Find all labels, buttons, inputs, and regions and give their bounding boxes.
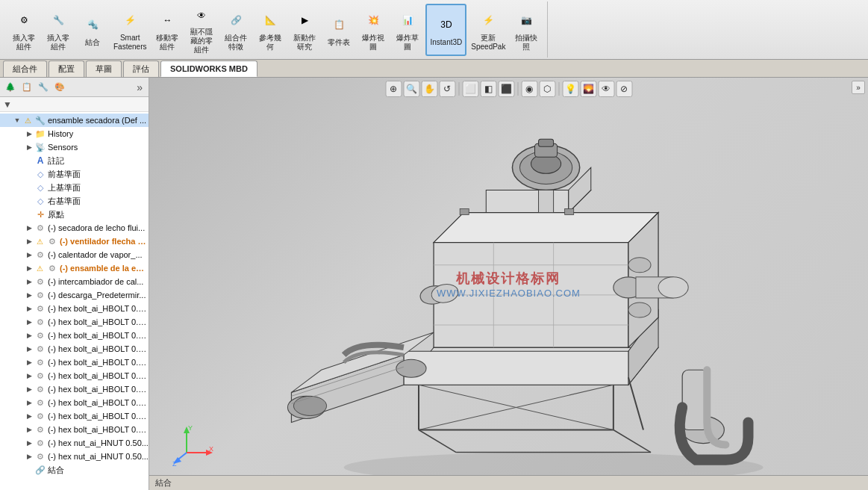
tree-item-13[interactable]: ▶⚙(-) hex bolt_ai_HBOLT 0.5... bbox=[0, 302, 149, 315]
tree-root[interactable]: ▼ ⚠ 🔧 ensamble secadora (Def ... bbox=[0, 114, 149, 127]
tree-item-expand-15[interactable]: ▶ bbox=[24, 330, 34, 341]
toolbar-item-move[interactable]: ↔ 移動零 組件 bbox=[151, 4, 184, 56]
toolbar-item-partlist[interactable]: 📋 零件表 bbox=[322, 4, 355, 56]
tree-item-expand-21[interactable]: ▶ bbox=[24, 411, 34, 421]
toolbar-item-assemble[interactable]: ⚙ 插入零 組件 bbox=[7, 4, 40, 56]
tree-item-3[interactable]: ◇前基準面 bbox=[0, 167, 149, 181]
tree-item-expand-25[interactable] bbox=[24, 465, 34, 475]
toolbar-item-smart[interactable]: ⚡ Smart Fasteners bbox=[110, 4, 149, 56]
tree-item-5[interactable]: ◇右基準面 bbox=[0, 194, 149, 208]
feature-tree[interactable]: ▼ ⚠ 🔧 ensamble secadora (Def ... ▶📁Histo… bbox=[0, 112, 149, 490]
tab-mbd[interactable]: SOLIDWORKS MBD bbox=[160, 61, 257, 77]
tree-item-expand-24[interactable]: ▶ bbox=[24, 451, 34, 462]
tab-sketch[interactable]: 草圖 bbox=[86, 61, 122, 77]
tree-item-icon-16: ⚙ bbox=[34, 343, 46, 355]
smart-label: Smart Fasteners bbox=[113, 34, 146, 52]
tree-item-expand-10[interactable]: ▶ bbox=[24, 263, 34, 273]
tree-item-11[interactable]: ▶⚙(-) intercambiador de cal... bbox=[0, 275, 149, 288]
tree-item-0[interactable]: ▶📁History bbox=[0, 127, 149, 140]
tree-item-expand-7[interactable]: ▶ bbox=[24, 223, 34, 233]
tree-item-15[interactable]: ▶⚙(-) hex bolt_ai_HBOLT 0.5... bbox=[0, 329, 149, 342]
tree-item-10[interactable]: ▶⚠⚙(-) ensamble de la exc... bbox=[0, 261, 149, 275]
tree-item-icon-21: ⚙ bbox=[34, 410, 46, 422]
toolbar-item-explode[interactable]: 💥 爆炸視 圖 bbox=[357, 4, 390, 56]
tree-item-6[interactable]: ✛原點 bbox=[0, 208, 149, 221]
tree-root-expand[interactable]: ▼ bbox=[12, 115, 22, 125]
tab-config[interactable]: 配置 bbox=[49, 61, 84, 77]
toolbar-item-insert[interactable]: 🔧 插入零 組件 bbox=[42, 4, 75, 56]
tree-item-7[interactable]: ▶⚙(-) secadora de lecho flui... bbox=[0, 221, 149, 235]
toolbar-item-explode2[interactable]: 📊 爆炸草 圖 bbox=[391, 4, 424, 56]
instant3d-icon: 3D bbox=[434, 13, 458, 37]
left-toolbar-tree-icon[interactable]: 🌲 bbox=[3, 80, 18, 95]
tree-item-icon-9: ⚙ bbox=[34, 249, 46, 261]
tree-item-8[interactable]: ▶⚠⚙(-) ventilador flecha hi... bbox=[0, 235, 149, 248]
tree-item-16[interactable]: ▶⚙(-) hex bolt_ai_HBOLT 0.5... bbox=[0, 342, 149, 356]
toolbar-item-action[interactable]: ▶ 新動作 研究 bbox=[288, 4, 321, 56]
tree-item-expand-1[interactable]: ▶ bbox=[24, 142, 34, 152]
tree-item-expand-19[interactable]: ▶ bbox=[24, 384, 34, 394]
tree-item-4[interactable]: ◇上基準面 bbox=[0, 181, 149, 194]
toolbar-item-hide[interactable]: 👁 顯不隱 藏的零 組件 bbox=[185, 4, 218, 56]
toolbar-item-combine[interactable]: 🔗 組合件 特徵 bbox=[219, 4, 252, 56]
tree-item-expand-13[interactable]: ▶ bbox=[24, 303, 34, 314]
tree-item-expand-3[interactable] bbox=[24, 169, 34, 179]
tree-item-icon-22: ⚙ bbox=[34, 424, 46, 435]
tree-item-label-14: (-) hex bolt_ai_HBOLT 0.5... bbox=[48, 317, 149, 326]
left-toolbar-color-icon[interactable]: 🎨 bbox=[52, 80, 67, 95]
tree-item-24[interactable]: ▶⚙(-) hex nut_ai_HNUT 0.50... bbox=[0, 450, 149, 463]
tree-item-expand-17[interactable]: ▶ bbox=[24, 357, 34, 368]
tree-item-17[interactable]: ▶⚙(-) hex bolt_ai_HBOLT 0.5... bbox=[0, 356, 149, 369]
tree-item-expand-9[interactable]: ▶ bbox=[24, 249, 34, 260]
tree-item-2[interactable]: A註記 bbox=[0, 154, 149, 167]
left-toolbar-config-icon[interactable]: 🔧 bbox=[36, 80, 51, 95]
tree-item-expand-4[interactable] bbox=[24, 182, 34, 193]
hide-icon: 👁 bbox=[190, 5, 213, 26]
tree-item-expand-8[interactable]: ▶ bbox=[24, 236, 34, 246]
tree-item-23[interactable]: ▶⚙(-) hex nut_ai_HNUT 0.50... bbox=[0, 436, 149, 450]
tree-item-19[interactable]: ▶⚙(-) hex bolt_ai_HBOLT 0.5... bbox=[0, 382, 149, 396]
3d-viewport[interactable]: ⊕🔍✋↺⬜◧⬛◉⬡💡🌄👁⊘ » bbox=[149, 78, 868, 490]
tree-item-21[interactable]: ▶⚙(-) hex bolt_ai_HBOLT 0.5... bbox=[0, 409, 149, 423]
tree-item-expand-18[interactable]: ▶ bbox=[24, 370, 34, 381]
tree-item-18[interactable]: ▶⚙(-) hex bolt_ai_HBOLT 0.5... bbox=[0, 369, 149, 382]
main-content: 🌲📋🔧🎨» ▼ ▼ ⚠ 🔧 ensamble secadora (Def ...… bbox=[0, 78, 868, 490]
combine-label: 組合件 特徵 bbox=[225, 34, 247, 52]
tree-item-expand-11[interactable]: ▶ bbox=[24, 276, 34, 287]
tree-item-label-4: 上基準面 bbox=[48, 182, 81, 193]
toolbar-item-capture[interactable]: 📷 拍攝快 照 bbox=[510, 4, 543, 56]
tree-item-label-22: (-) hex bolt_ai_HBOLT 0.5... bbox=[48, 425, 149, 434]
left-toolbar-property-icon[interactable]: 📋 bbox=[19, 80, 34, 95]
tree-item-expand-14[interactable]: ▶ bbox=[24, 317, 34, 327]
tree-item-icon-18: ⚙ bbox=[34, 370, 46, 382]
tree-item-expand-5[interactable] bbox=[24, 196, 34, 206]
tree-item-14[interactable]: ▶⚙(-) hex bolt_ai_HBOLT 0.5... bbox=[0, 315, 149, 329]
tree-item-1[interactable]: ▶📡Sensors bbox=[0, 140, 149, 154]
tree-item-expand-22[interactable]: ▶ bbox=[24, 424, 34, 435]
toolbar-group-main: ⚙ 插入零 組件 🔧 插入零 組件 🔩 結合 ⚡ Smart Fasteners… bbox=[3, 1, 548, 58]
tree-item-expand-0[interactable]: ▶ bbox=[24, 128, 34, 139]
left-toolbar-expand[interactable]: » bbox=[134, 81, 146, 93]
toolbar-item-instant3d[interactable]: 3D Instant3D bbox=[425, 4, 466, 56]
tree-item-expand-2[interactable] bbox=[24, 155, 34, 166]
speedpak-icon: ⚡ bbox=[476, 8, 500, 32]
tab-evaluate[interactable]: 評估 bbox=[123, 61, 159, 77]
combine-icon: 🔗 bbox=[224, 8, 248, 32]
tree-item-20[interactable]: ▶⚙(-) hex bolt_ai_HBOLT 0.5... bbox=[0, 396, 149, 409]
tab-assembly[interactable]: 組合件 bbox=[3, 61, 47, 77]
tree-item-expand-6[interactable] bbox=[24, 209, 34, 220]
toolbar-item-speedpak[interactable]: ⚡ 更新 SpeedPak bbox=[468, 4, 508, 56]
toolbar-item-reference[interactable]: 📐 參考幾 何 bbox=[254, 4, 287, 56]
tree-item-expand-12[interactable]: ▶ bbox=[24, 290, 34, 300]
tree-item-12[interactable]: ▶⚙(-) descarga_Predetermir... bbox=[0, 288, 149, 302]
tree-item-expand-16[interactable]: ▶ bbox=[24, 344, 34, 354]
tree-item-icon-7: ⚙ bbox=[34, 222, 46, 234]
tree-item-25[interactable]: 🔗結合 bbox=[0, 463, 149, 477]
tree-item-9[interactable]: ▶⚙(-) calentador de vapor_... bbox=[0, 248, 149, 261]
tree-item-22[interactable]: ▶⚙(-) hex bolt_ai_HBOLT 0.5... bbox=[0, 423, 149, 436]
action-label: 新動作 研究 bbox=[293, 34, 316, 52]
tree-item-label-10: (-) ensamble de la exc... bbox=[60, 264, 149, 273]
toolbar-item-fasteners[interactable]: 🔩 結合 bbox=[76, 4, 109, 56]
tree-item-expand-23[interactable]: ▶ bbox=[24, 438, 34, 448]
tree-item-expand-20[interactable]: ▶ bbox=[24, 397, 34, 408]
